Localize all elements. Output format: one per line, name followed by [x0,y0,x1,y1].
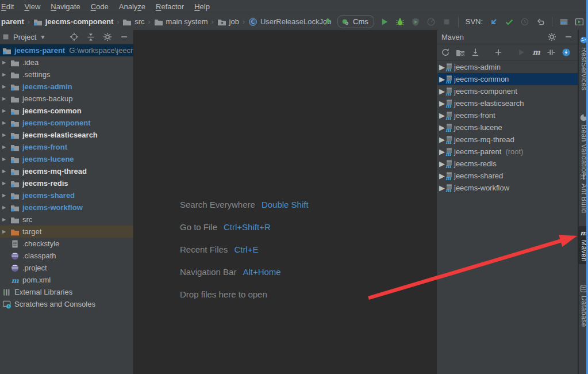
project-tree-item-jeecms-lucene[interactable]: ▶jeecms-lucene [0,153,133,165]
project-tree-item--settings[interactable]: ▶.settings [0,68,133,81]
chevron-right-icon: ▶ [2,84,10,89]
project-tree-item-scratches-and-consoles[interactable]: Scratches and Consoles [0,298,133,310]
generate-sources-button[interactable] [456,47,465,58]
maven-module-label: jeecms-admin [454,63,501,71]
select-opened-file-button[interactable] [69,32,79,42]
breadcrumb-item[interactable]: jeecms-component [33,17,113,26]
project-tree-item--classpath[interactable]: .classpath [0,250,133,262]
build-button[interactable] [322,17,332,27]
project-tab-icon [2,33,10,41]
maven-module-label: jeecms-redis [454,159,497,168]
offline-mode-toggle[interactable] [562,47,571,58]
play-gray-icon [517,48,526,57]
rollback-button[interactable] [535,17,545,27]
hide-maven-panel-button[interactable] [563,32,574,42]
module-folder-icon [10,191,20,200]
project-tree-item--checkstyle[interactable]: .checkstyle [0,238,133,250]
project-tree-item-external-libraries[interactable]: External Libraries [0,286,133,298]
history-icon [520,17,529,26]
maven-module-jeecms-mq-thread[interactable]: ▶mjeecms-mq-thread [437,133,578,146]
svg-text:m: m [445,151,452,157]
maven-module-icon: m [445,159,454,169]
execute-maven-goal-button[interactable]: m [532,47,541,58]
update-project-button[interactable] [489,17,499,27]
project-tree-item-jeecms-admin[interactable]: ▶jeecms-admin [0,81,133,93]
editor-area[interactable]: Search EverywhereDouble ShiftGo to FileC… [134,30,437,374]
project-tree-item--project[interactable]: .project [0,262,133,274]
ide-window: EditViewNavigateCodeAnalyzeRefactorHelp … [0,0,588,374]
maven-module-jeecms-redis[interactable]: ▶mjeecms-redis [437,158,578,170]
maven-module-jeecms-parent[interactable]: ▶mjeecms-parent(root) [437,146,578,158]
editor-empty-state: Search EverywhereDouble ShiftGo to FileC… [180,193,309,306]
breadcrumb-item[interactable]: job [217,17,239,26]
breadcrumb-item[interactable]: src [122,17,144,26]
maven-module-jeecms-elasticsearch[interactable]: ▶mjeecms-elasticsearch [437,97,578,109]
menu-code[interactable]: Code [86,2,114,11]
main-toolbar: parent›jeecms-component›src›main system›… [0,13,588,30]
project-tree-item-pom-xml[interactable]: mpom.xml [0,274,133,286]
skip-tests-toggle[interactable] [547,47,556,58]
run-button[interactable] [379,17,390,27]
project-tree-item-jeecms-backup[interactable]: ▶jeecms-backup [0,93,133,105]
breadcrumb-item[interactable]: parent [1,17,24,26]
maven-settings-button[interactable] [547,32,557,42]
reimport-all-maven-projects-button[interactable] [441,47,450,58]
maven-module-jeecms-lucene[interactable]: ▶mjeecms-lucene [437,121,578,133]
scratches-icon [2,300,11,309]
maven-module-icon: m [445,111,454,120]
collapse-all-icon [86,32,95,41]
menu-analyze[interactable]: Analyze [114,2,151,11]
shortcut-hint-line: Recent FilesCtrl+E [180,238,309,261]
run-config-selector[interactable]: Cms [337,15,374,28]
menu-navigate[interactable]: Navigate [45,2,85,11]
eclipse-file-icon [10,264,20,273]
maven-module-jeecms-admin[interactable]: ▶mjeecms-admin [437,61,578,73]
module-folder-icon [10,143,20,152]
chevron-right-icon: ▶ [2,181,10,186]
maven-module-jeecms-component[interactable]: ▶mjeecms-component [437,85,578,97]
run-with-coverage-button[interactable] [410,17,421,27]
project-tree-item-jeecms-front[interactable]: ▶jeecms-front [0,141,133,153]
maven-module-jeecms-common[interactable]: ▶mjeecms-common [437,73,578,85]
chevron-right-icon: ▶ [439,75,445,83]
project-tree-item-jeecms-common[interactable]: ▶jeecms-common [0,105,133,117]
breadcrumb-item[interactable]: CUserReleaseLockJob [248,17,332,26]
project-tree-item-src[interactable]: ▶src [0,213,133,226]
download-sources-button[interactable] [471,47,480,58]
project-tree-item-jeecms-parent[interactable]: jeecms-parentG:\workspace\jeecm [0,44,133,56]
breadcrumb-label: jeecms-component [45,17,113,26]
project-tree-item-jeecms-shared[interactable]: ▶jeecms-shared [0,189,133,201]
breadcrumb-separator: › [148,18,151,26]
debug-button[interactable] [395,17,405,27]
maven-module-jeecms-workflow[interactable]: ▶mjeecms-workflow [437,182,578,194]
breadcrumb-item[interactable]: main system [154,17,208,26]
project-tree-item-target[interactable]: ▶target [0,226,133,238]
project-tree-item--idea[interactable]: ▶.idea [0,56,133,68]
project-panel-title[interactable]: Project [13,33,36,41]
project-tree-item-jeecms-redis[interactable]: ▶jeecms-redis [0,177,133,189]
commit-changes-button[interactable] [504,17,514,27]
svg-text:m: m [445,163,452,169]
project-structure-button[interactable] [559,17,569,27]
refresh-icon [441,48,450,57]
menu-view[interactable]: View [19,2,45,11]
project-tree-item-jeecms-mq-thread[interactable]: ▶jeecms-mq-thread [0,165,133,177]
svn-update-icon [489,17,498,26]
drop-files-hint: Drop files here to open [180,283,309,306]
project-tree-item-jeecms-workflow[interactable]: ▶jeecms-workflow [0,201,133,213]
project-tree-item-jeecms-component[interactable]: ▶jeecms-component [0,117,133,129]
maven-module-jeecms-front[interactable]: ▶mjeecms-front [437,109,578,121]
project-tree-item-jeecms-elasticsearch[interactable]: ▶jeecms-elasticsearch [0,129,133,141]
maven-module-icon: m [445,184,454,193]
menu-refactor[interactable]: Refactor [151,2,189,11]
add-maven-project-button[interactable] [494,47,503,58]
collapse-all-button[interactable] [86,32,96,42]
maven-panel-header: Maven [437,30,578,44]
menu-help[interactable]: Help [189,2,215,11]
coverage-icon [411,17,420,26]
menu-edit[interactable]: Edit [0,2,19,11]
hide-project-panel-button[interactable] [119,32,129,42]
run-anything-button[interactable] [574,17,585,27]
maven-module-jeecms-shared[interactable]: ▶mjeecms-shared [437,170,578,182]
project-settings-button[interactable] [102,32,113,42]
